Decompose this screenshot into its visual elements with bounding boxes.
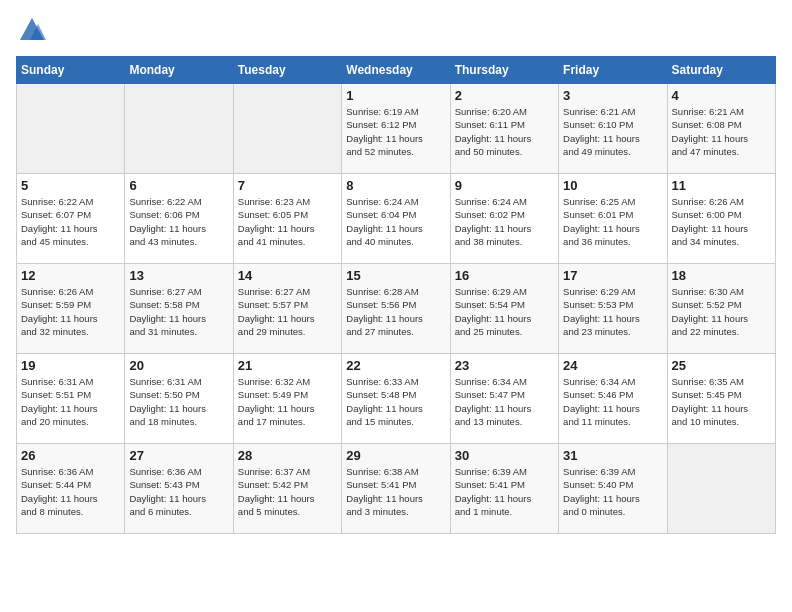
calendar-cell: 29Sunrise: 6:38 AMSunset: 5:41 PMDayligh… xyxy=(342,444,450,534)
day-number: 10 xyxy=(563,178,662,193)
day-info: Sunset: 6:05 PM xyxy=(238,208,337,221)
day-info: Sunrise: 6:22 AM xyxy=(129,195,228,208)
day-info: Sunset: 6:06 PM xyxy=(129,208,228,221)
day-number: 22 xyxy=(346,358,445,373)
day-info: Sunrise: 6:34 AM xyxy=(455,375,554,388)
day-info: Daylight: 11 hours xyxy=(455,312,554,325)
day-info: and 49 minutes. xyxy=(563,145,662,158)
day-info: Sunset: 5:54 PM xyxy=(455,298,554,311)
calendar-cell: 17Sunrise: 6:29 AMSunset: 5:53 PMDayligh… xyxy=(559,264,667,354)
day-info: Sunrise: 6:29 AM xyxy=(455,285,554,298)
calendar-cell xyxy=(125,84,233,174)
calendar-cell xyxy=(667,444,775,534)
day-info: Sunset: 6:00 PM xyxy=(672,208,771,221)
day-info: Daylight: 11 hours xyxy=(455,222,554,235)
day-info: and 31 minutes. xyxy=(129,325,228,338)
day-info: Sunrise: 6:29 AM xyxy=(563,285,662,298)
calendar-cell: 26Sunrise: 6:36 AMSunset: 5:44 PMDayligh… xyxy=(17,444,125,534)
day-info: Daylight: 11 hours xyxy=(455,402,554,415)
column-header-thursday: Thursday xyxy=(450,57,558,84)
day-number: 7 xyxy=(238,178,337,193)
day-info: Daylight: 11 hours xyxy=(129,492,228,505)
day-info: Sunset: 5:56 PM xyxy=(346,298,445,311)
day-info: Sunrise: 6:28 AM xyxy=(346,285,445,298)
day-number: 2 xyxy=(455,88,554,103)
day-info: Sunset: 6:08 PM xyxy=(672,118,771,131)
day-info: Daylight: 11 hours xyxy=(346,222,445,235)
day-number: 8 xyxy=(346,178,445,193)
day-number: 26 xyxy=(21,448,120,463)
day-number: 15 xyxy=(346,268,445,283)
day-info: Sunrise: 6:31 AM xyxy=(129,375,228,388)
calendar-cell: 6Sunrise: 6:22 AMSunset: 6:06 PMDaylight… xyxy=(125,174,233,264)
day-info: and 47 minutes. xyxy=(672,145,771,158)
calendar-cell: 28Sunrise: 6:37 AMSunset: 5:42 PMDayligh… xyxy=(233,444,341,534)
day-info: Daylight: 11 hours xyxy=(346,402,445,415)
day-info: Daylight: 11 hours xyxy=(238,222,337,235)
day-info: Daylight: 11 hours xyxy=(672,132,771,145)
calendar-week-row: 12Sunrise: 6:26 AMSunset: 5:59 PMDayligh… xyxy=(17,264,776,354)
day-number: 3 xyxy=(563,88,662,103)
day-info: Sunset: 5:44 PM xyxy=(21,478,120,491)
day-info: Sunrise: 6:27 AM xyxy=(129,285,228,298)
calendar-cell: 23Sunrise: 6:34 AMSunset: 5:47 PMDayligh… xyxy=(450,354,558,444)
day-info: and 23 minutes. xyxy=(563,325,662,338)
day-info: and 32 minutes. xyxy=(21,325,120,338)
day-info: Sunset: 6:11 PM xyxy=(455,118,554,131)
day-info: Daylight: 11 hours xyxy=(238,492,337,505)
day-info: and 3 minutes. xyxy=(346,505,445,518)
calendar-cell xyxy=(17,84,125,174)
day-number: 25 xyxy=(672,358,771,373)
calendar-cell: 9Sunrise: 6:24 AMSunset: 6:02 PMDaylight… xyxy=(450,174,558,264)
day-number: 23 xyxy=(455,358,554,373)
day-info: Sunrise: 6:32 AM xyxy=(238,375,337,388)
calendar-cell: 16Sunrise: 6:29 AMSunset: 5:54 PMDayligh… xyxy=(450,264,558,354)
day-number: 28 xyxy=(238,448,337,463)
day-info: Daylight: 11 hours xyxy=(21,222,120,235)
calendar-cell: 12Sunrise: 6:26 AMSunset: 5:59 PMDayligh… xyxy=(17,264,125,354)
logo-icon xyxy=(18,16,46,44)
calendar-cell: 1Sunrise: 6:19 AMSunset: 6:12 PMDaylight… xyxy=(342,84,450,174)
day-number: 1 xyxy=(346,88,445,103)
calendar-cell: 13Sunrise: 6:27 AMSunset: 5:58 PMDayligh… xyxy=(125,264,233,354)
calendar-cell: 4Sunrise: 6:21 AMSunset: 6:08 PMDaylight… xyxy=(667,84,775,174)
day-info: and 43 minutes. xyxy=(129,235,228,248)
day-info: Sunrise: 6:37 AM xyxy=(238,465,337,478)
day-info: Daylight: 11 hours xyxy=(672,312,771,325)
day-number: 9 xyxy=(455,178,554,193)
day-info: Sunrise: 6:26 AM xyxy=(21,285,120,298)
day-info: Sunrise: 6:36 AM xyxy=(129,465,228,478)
day-info: Sunset: 5:57 PM xyxy=(238,298,337,311)
day-info: Sunset: 5:43 PM xyxy=(129,478,228,491)
day-info: and 10 minutes. xyxy=(672,415,771,428)
calendar-cell: 14Sunrise: 6:27 AMSunset: 5:57 PMDayligh… xyxy=(233,264,341,354)
day-info: Sunrise: 6:35 AM xyxy=(672,375,771,388)
calendar-cell: 3Sunrise: 6:21 AMSunset: 6:10 PMDaylight… xyxy=(559,84,667,174)
day-info: and 34 minutes. xyxy=(672,235,771,248)
day-info: and 15 minutes. xyxy=(346,415,445,428)
day-info: Sunset: 5:59 PM xyxy=(21,298,120,311)
day-info: and 29 minutes. xyxy=(238,325,337,338)
day-info: Daylight: 11 hours xyxy=(563,222,662,235)
day-info: Sunset: 5:50 PM xyxy=(129,388,228,401)
day-info: Sunrise: 6:33 AM xyxy=(346,375,445,388)
day-info: Sunrise: 6:20 AM xyxy=(455,105,554,118)
page-header xyxy=(16,16,776,44)
calendar-cell: 2Sunrise: 6:20 AMSunset: 6:11 PMDaylight… xyxy=(450,84,558,174)
day-info: Sunrise: 6:39 AM xyxy=(563,465,662,478)
day-info: and 13 minutes. xyxy=(455,415,554,428)
day-info: Daylight: 11 hours xyxy=(672,222,771,235)
calendar-cell: 18Sunrise: 6:30 AMSunset: 5:52 PMDayligh… xyxy=(667,264,775,354)
calendar-cell: 15Sunrise: 6:28 AMSunset: 5:56 PMDayligh… xyxy=(342,264,450,354)
day-info: Sunrise: 6:24 AM xyxy=(455,195,554,208)
column-header-wednesday: Wednesday xyxy=(342,57,450,84)
day-info: Sunrise: 6:25 AM xyxy=(563,195,662,208)
day-info: Sunrise: 6:36 AM xyxy=(21,465,120,478)
day-number: 19 xyxy=(21,358,120,373)
day-info: Daylight: 11 hours xyxy=(129,312,228,325)
day-info: Sunrise: 6:23 AM xyxy=(238,195,337,208)
day-number: 29 xyxy=(346,448,445,463)
day-info: and 20 minutes. xyxy=(21,415,120,428)
day-info: Sunset: 5:53 PM xyxy=(563,298,662,311)
day-info: Daylight: 11 hours xyxy=(21,312,120,325)
